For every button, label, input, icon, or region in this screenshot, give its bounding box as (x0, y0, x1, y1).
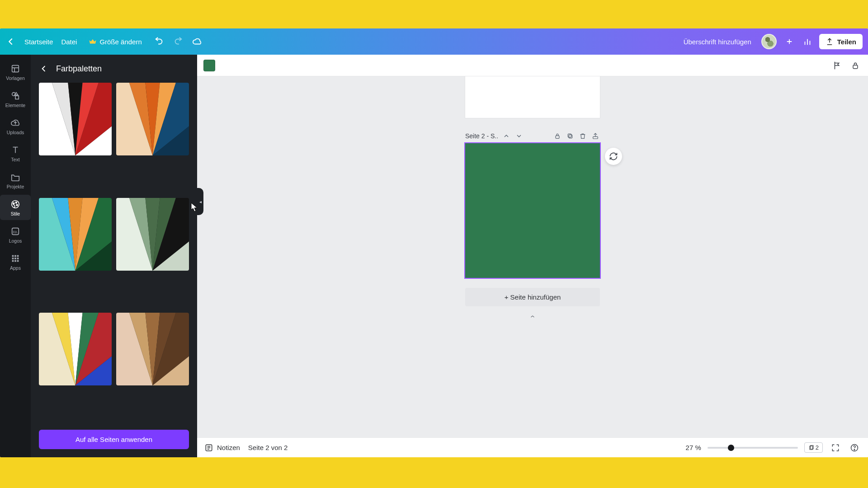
palette-primary-mix[interactable] (39, 313, 112, 385)
svg-rect-21 (12, 258, 14, 259)
rail-elements-label: Elemente (5, 103, 25, 108)
rail-logos-label: Logos (9, 238, 22, 244)
help-icon[interactable] (848, 441, 861, 454)
rail-templates-label: Vorlagen (6, 75, 24, 81)
svg-rect-26 (17, 260, 19, 262)
svg-rect-66 (568, 134, 571, 137)
rail-templates[interactable]: Vorlagen (0, 59, 31, 84)
panel-title: Farbpaletten (56, 64, 102, 74)
page-badge-value: 2 (816, 444, 819, 451)
svg-point-72 (854, 449, 855, 450)
bottom-bar: Notizen Seite 2 von 2 27 % 2 (197, 437, 868, 457)
resize-button[interactable]: Größe ändern (85, 35, 145, 48)
resize-label: Größe ändern (99, 38, 142, 46)
palette-teal-orange[interactable] (39, 198, 112, 271)
svg-rect-22 (14, 258, 16, 259)
svg-rect-20 (17, 255, 19, 257)
add-page-button[interactable]: + Seite hinzufügen (465, 288, 600, 306)
svg-rect-5 (12, 66, 19, 72)
svg-rect-65 (569, 135, 572, 138)
svg-point-15 (16, 204, 18, 206)
rail-logos[interactable]: co. Logos (0, 222, 31, 247)
svg-rect-19 (14, 255, 16, 257)
page-2-header: Seite 2 - S.. (465, 131, 600, 141)
lock-icon[interactable] (849, 59, 862, 72)
palette-green-black[interactable] (116, 198, 189, 271)
svg-point-12 (12, 201, 19, 208)
share-button[interactable]: Teilen (819, 34, 863, 49)
canvas-area: Seite 2 - S.. + Seite hinzufügen (197, 55, 868, 457)
zoom-slider-handle[interactable] (728, 445, 734, 451)
user-avatar[interactable] (761, 34, 777, 49)
collapse-panel-icon[interactable]: ◂ (197, 188, 203, 215)
palette-red-black[interactable] (39, 83, 112, 155)
svg-point-14 (15, 202, 17, 203)
animate-icon[interactable] (831, 59, 844, 72)
svg-rect-64 (556, 136, 559, 138)
file-menu[interactable]: Datei (61, 38, 77, 46)
styles-panel: Farbpaletten (31, 55, 197, 457)
analytics-icon[interactable] (802, 36, 813, 47)
page-indicator: Seite 2 von 2 (248, 444, 288, 451)
svg-rect-24 (12, 260, 14, 262)
back-icon[interactable] (5, 36, 16, 47)
fullscreen-icon[interactable] (829, 441, 842, 454)
svg-rect-63 (853, 65, 858, 69)
rail-text[interactable]: Text (0, 141, 31, 166)
rail-apps[interactable]: Apps (0, 249, 31, 274)
top-bar: Startseite Datei Größe ändern Überschrif… (0, 28, 868, 55)
svg-rect-18 (12, 255, 14, 257)
expand-pages-icon[interactable] (528, 314, 537, 320)
page-delete-icon[interactable] (578, 131, 587, 141)
page-2-canvas[interactable] (465, 143, 600, 278)
home-link[interactable]: Startseite (24, 38, 53, 46)
page-down-icon[interactable] (514, 131, 524, 141)
zoom-value[interactable]: 27 % (686, 444, 701, 451)
zoom-slider[interactable] (708, 447, 798, 449)
background-color-swatch[interactable] (203, 60, 215, 71)
rail-uploads-label: Uploads (7, 130, 24, 135)
add-collaborator-icon[interactable] (783, 35, 796, 48)
rail-projects[interactable]: Projekte (0, 168, 31, 193)
panel-back-icon[interactable] (38, 63, 50, 75)
page-duplicate-icon[interactable] (566, 131, 575, 141)
undo-icon[interactable] (154, 36, 165, 47)
page-share-icon[interactable] (591, 131, 600, 141)
redo-icon[interactable] (173, 36, 184, 47)
rail-text-label: Text (11, 157, 19, 162)
rail-projects-label: Projekte (7, 184, 24, 189)
crown-icon (89, 38, 97, 46)
page-lock-icon[interactable] (553, 131, 562, 141)
svg-rect-67 (593, 136, 598, 139)
document-title[interactable]: Überschrift hinzufügen (680, 35, 755, 48)
svg-text:co.: co. (13, 230, 18, 234)
context-toolbar (197, 55, 868, 76)
palette-browns[interactable] (116, 313, 189, 385)
notes-button[interactable]: Notizen (204, 443, 240, 452)
rail-styles[interactable]: Stile (0, 195, 31, 220)
upload-icon (826, 38, 834, 46)
page-up-icon[interactable] (502, 131, 511, 141)
side-rail: Vorlagen Elemente Uploads Text Projekte … (0, 55, 31, 457)
svg-rect-25 (14, 260, 16, 262)
rail-uploads[interactable]: Uploads (0, 113, 31, 139)
svg-rect-23 (17, 258, 19, 259)
share-label: Teilen (837, 38, 856, 46)
page-count-badge[interactable]: 2 (804, 442, 823, 453)
regenerate-icon[interactable] (605, 148, 622, 165)
apply-all-button[interactable]: Auf alle Seiten anwenden (39, 430, 189, 449)
page-1-preview[interactable] (465, 76, 600, 118)
rail-apps-label: Apps (10, 265, 21, 271)
rail-styles-label: Stile (11, 211, 20, 216)
page-label[interactable]: Seite 2 - S.. (465, 132, 498, 140)
cloud-sync-icon[interactable] (192, 36, 203, 47)
svg-rect-9 (15, 96, 19, 99)
rail-elements[interactable]: Elemente (0, 86, 31, 112)
palette-orange-navy[interactable] (116, 83, 189, 155)
notes-label: Notizen (217, 444, 240, 451)
